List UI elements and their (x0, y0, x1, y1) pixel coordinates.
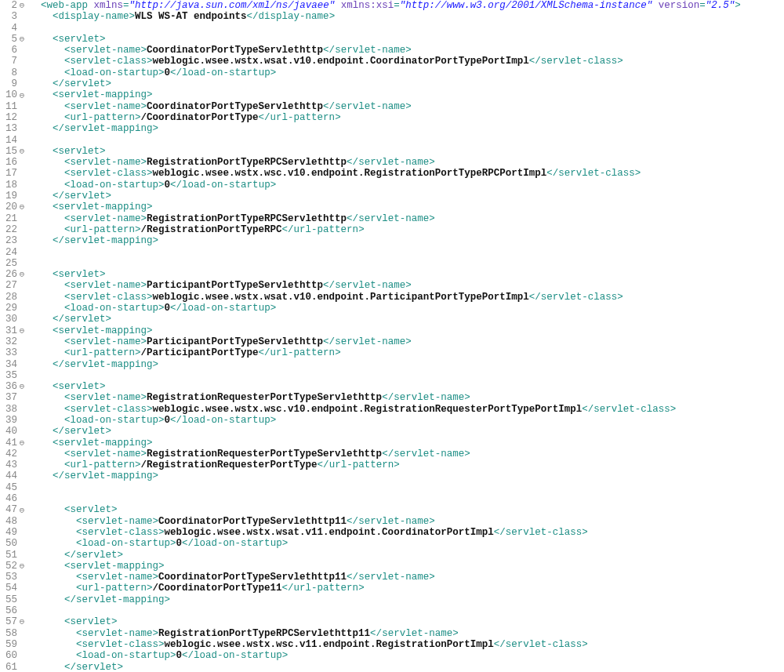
token-tag: servlet-class (541, 292, 618, 303)
fold-toggle-icon[interactable]: ⊖ (17, 438, 26, 449)
code-line[interactable]: <servlet> (29, 504, 784, 515)
code-line[interactable]: <url-pattern>/CoordinatorPortType</url-p… (29, 112, 784, 123)
code-line[interactable]: <load-on-startup>0</load-on-startup> (29, 180, 784, 191)
code-line[interactable]: <servlet-name>CoordinatorPortTypeServlet… (29, 45, 784, 56)
token-ang: > (153, 516, 159, 527)
line-number: 28 (3, 292, 26, 303)
code-line[interactable]: </servlet> (29, 550, 784, 561)
code-line[interactable]: </servlet> (29, 662, 784, 672)
code-line[interactable]: <load-on-startup>0</load-on-startup> (29, 303, 784, 314)
code-line[interactable]: <servlet-name>CoordinatorPortTypeServlet… (29, 516, 784, 527)
code-line[interactable]: <servlet-class>weblogic.wsee.wstx.wsc.v1… (29, 639, 784, 650)
code-line[interactable]: </servlet-mapping> (29, 594, 784, 605)
code-line[interactable]: <servlet-name>CoordinatorPortTypeServlet… (29, 101, 784, 112)
token-ang: < (53, 381, 59, 392)
code-line[interactable]: <servlet-name>RegistrationRequesterPortT… (29, 392, 784, 403)
code-line[interactable]: <servlet-mapping> (29, 438, 784, 449)
line-number-value: 23 (3, 235, 17, 246)
code-line[interactable]: <url-pattern>/CoordinatorPortType11</url… (29, 583, 784, 594)
code-line[interactable]: </servlet> (29, 314, 784, 325)
token-tag: servlet-name (71, 45, 141, 56)
fold-toggle-icon[interactable]: ⊖ (17, 325, 26, 336)
line-number: 2⊖ (3, 0, 26, 11)
code-line[interactable]: <servlet-class>weblogic.wsee.wstx.wsat.v… (29, 527, 784, 538)
line-number-value: 43 (3, 460, 17, 470)
code-line[interactable]: </servlet-mapping> (29, 235, 784, 246)
fold-toggle-icon[interactable]: ⊖ (17, 90, 26, 101)
code-line[interactable]: <load-on-startup>0</load-on-startup> (29, 650, 784, 661)
code-area[interactable]: <web-app xmlns="http://java.sun.com/xml/… (27, 0, 784, 672)
code-line[interactable]: <servlet> (29, 616, 784, 627)
code-line[interactable]: <url-pattern>/RegistrationRequesterPortT… (29, 460, 784, 470)
code-line[interactable]: <servlet-name>RegistrationPortTypeRPCSer… (29, 628, 784, 639)
token-tag: servlet-name (335, 45, 405, 56)
token-tag: servlet (59, 381, 100, 392)
code-line[interactable] (29, 370, 784, 381)
token-tag: display-name (59, 11, 129, 22)
code-line[interactable] (29, 605, 784, 616)
code-line[interactable] (29, 258, 784, 269)
token-ang: > (158, 415, 165, 426)
code-line[interactable]: </servlet-mapping> (29, 470, 784, 481)
line-number-value: 35 (3, 370, 17, 381)
code-line[interactable]: <servlet-name>RegistrationPortTypeRPCSer… (29, 157, 784, 168)
token-ang: > (735, 0, 741, 11)
code-line[interactable]: <url-pattern>/RegistrationPortTypeRPC</u… (29, 224, 784, 235)
code-line[interactable]: <servlet-name>CoordinatorPortTypeServlet… (29, 572, 784, 583)
fold-toggle-icon[interactable]: ⊖ (17, 269, 26, 280)
code-line[interactable]: <servlet> (29, 146, 784, 157)
code-line[interactable]: <servlet-class>weblogic.wsee.wstx.wsc.v1… (29, 168, 784, 179)
code-line[interactable]: <load-on-startup>0</load-on-startup> (29, 538, 784, 549)
code-line[interactable]: <servlet-class>weblogic.wsee.wstx.wsc.v1… (29, 404, 784, 415)
fold-toggle-icon[interactable]: ⊖ (17, 202, 26, 212)
code-line[interactable]: </servlet> (29, 426, 784, 437)
token-ang: > (358, 224, 365, 235)
code-line[interactable]: <servlet-mapping> (29, 325, 784, 336)
line-number: 22 (3, 224, 26, 235)
token-ang: < (64, 504, 71, 515)
code-line[interactable] (29, 135, 784, 146)
token-tag: servlet (59, 269, 100, 280)
code-line[interactable] (29, 23, 784, 34)
code-line[interactable]: <display-name>WLS WS-AT endpoints</displ… (29, 11, 784, 22)
code-line[interactable] (29, 493, 784, 504)
code-line[interactable]: </servlet> (29, 78, 784, 89)
fold-toggle-icon[interactable]: ⊖ (17, 561, 26, 572)
code-line[interactable]: <servlet-name>ParticipantPortTypeServlet… (29, 280, 784, 291)
code-line[interactable]: <servlet> (29, 34, 784, 45)
code-line[interactable]: <servlet-mapping> (29, 202, 784, 212)
code-line[interactable]: <web-app xmlns="http://java.sun.com/xml/… (29, 0, 784, 11)
code-line[interactable]: </servlet-mapping> (29, 359, 784, 370)
code-line[interactable]: <url-pattern>/ParticipantPortType</url-p… (29, 347, 784, 358)
code-line[interactable]: <servlet-name>ParticipantPortTypeServlet… (29, 336, 784, 347)
token-ang: > (141, 157, 147, 168)
token-ang: </ (170, 303, 182, 314)
token-ang: > (141, 280, 147, 291)
fold-toggle-icon[interactable]: ⊖ (17, 505, 26, 516)
code-line[interactable]: <servlet-name>RegistrationPortTypeRPCSer… (29, 213, 784, 224)
fold-toggle-icon[interactable]: ⊖ (17, 0, 26, 11)
code-line[interactable] (29, 247, 784, 258)
code-line[interactable]: <servlet-mapping> (29, 561, 784, 572)
code-line[interactable]: </servlet-mapping> (29, 123, 784, 134)
code-line[interactable]: <servlet> (29, 269, 784, 280)
code-line[interactable]: </servlet> (29, 191, 784, 202)
fold-toggle-icon[interactable]: ⊖ (17, 381, 26, 392)
fold-toggle-icon[interactable]: ⊖ (17, 146, 26, 157)
code-line[interactable]: <load-on-startup>0</load-on-startup> (29, 67, 784, 78)
code-line[interactable]: <servlet-class>weblogic.wsee.wstx.wsat.v… (29, 56, 784, 67)
code-line[interactable] (29, 482, 784, 493)
code-line[interactable]: <load-on-startup>0</load-on-startup> (29, 415, 784, 426)
token-ang: > (153, 572, 159, 583)
code-line[interactable]: <servlet-class>weblogic.wsee.wstx.wsat.v… (29, 292, 784, 303)
fold-toggle-icon[interactable]: ⊖ (17, 34, 26, 45)
code-line[interactable]: <servlet-mapping> (29, 89, 784, 100)
token-tag: servlet (64, 78, 106, 89)
fold-toggle-icon[interactable]: ⊖ (17, 616, 26, 627)
code-line[interactable]: <servlet-name>RegistrationRequesterPortT… (29, 449, 784, 460)
token-tag: servlet (64, 191, 106, 202)
line-number: 54 (3, 583, 26, 594)
code-line[interactable]: <servlet> (29, 381, 784, 392)
token-ang: < (64, 347, 71, 358)
token-txt: weblogic.wsee.wstx.wsc.v10.endpoint.Regi… (153, 404, 583, 415)
